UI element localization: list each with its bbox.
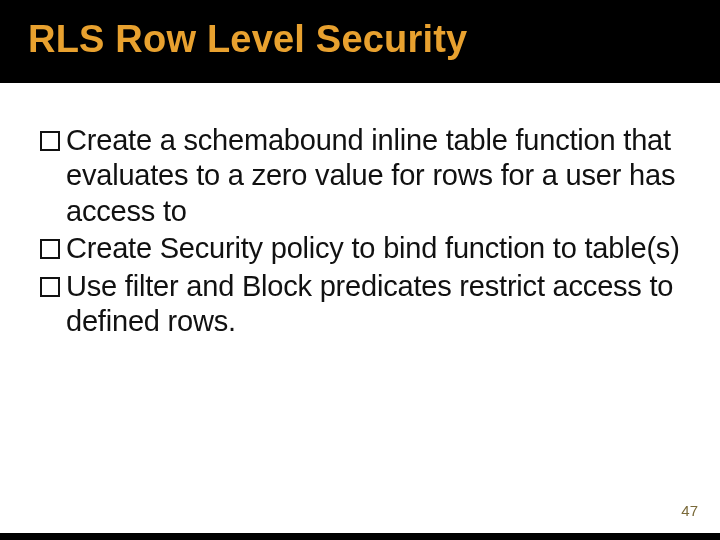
list-item: Use filter and Block predicates restrict…	[40, 269, 680, 340]
title-bar: RLS Row Level Security	[0, 0, 720, 83]
square-bullet-icon	[40, 131, 60, 151]
bullet-text: Create a schemabound inline table functi…	[66, 123, 680, 229]
square-bullet-icon	[40, 239, 60, 259]
bullet-text: Create Security policy to bind function …	[66, 231, 680, 266]
content-area: Create a schemabound inline table functi…	[0, 83, 720, 533]
bullet-text: Use filter and Block predicates restrict…	[66, 269, 680, 340]
list-item: Create Security policy to bind function …	[40, 231, 680, 266]
page-number: 47	[681, 502, 698, 519]
bullet-list: Create a schemabound inline table functi…	[40, 123, 680, 339]
square-bullet-icon	[40, 277, 60, 297]
list-item: Create a schemabound inline table functi…	[40, 123, 680, 229]
slide-title: RLS Row Level Security	[28, 18, 692, 61]
